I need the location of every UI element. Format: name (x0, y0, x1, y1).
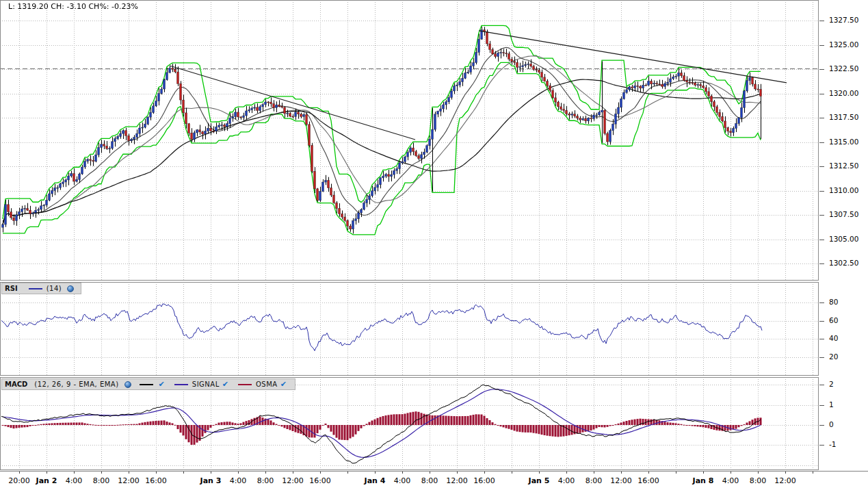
quote-stats-label: L: 1319.20 CH: -3.10 CH%: -0.23% (8, 2, 138, 11)
time-label: 4:00 (558, 476, 575, 485)
signal-label: SIGNAL (192, 381, 220, 388)
macd-tick-mark (819, 405, 824, 406)
price-tick-label: 1325.00 (829, 40, 858, 49)
macd-title: MACD (5, 381, 27, 388)
time-label: Jan 3 (200, 476, 222, 485)
macd-visibility-checkbox[interactable]: ✔ (159, 380, 165, 389)
time-label: Jan 4 (365, 476, 386, 485)
price-tick-label: 1327.50 (829, 16, 858, 24)
time-label: 16:00 (145, 476, 167, 485)
price-tick-label: 1307.50 (829, 210, 858, 218)
time-axis: 20:00Jan 24:008:0012:0016:00Jan 34:008:0… (0, 471, 868, 490)
macd-params: (12, 26, 9 - EMA, EMA) (34, 381, 118, 388)
osma-label: OSMA (256, 381, 278, 388)
price-tick-label: 1322.50 (829, 64, 858, 73)
time-tick-mark (156, 472, 157, 474)
time-label: Jan 5 (529, 476, 550, 485)
rsi-tick-mark (819, 321, 824, 322)
price-tick-mark (819, 142, 824, 143)
time-label: 20:00 (8, 476, 30, 485)
price-tick-label: 1312.50 (829, 162, 858, 170)
chart-application: L: 1319.20 CH: -3.10 CH%: -0.23% RSI (14… (0, 0, 868, 490)
time-label: 16:00 (637, 476, 659, 485)
rsi-line-swatch (29, 288, 42, 289)
time-label: 12:00 (118, 476, 140, 485)
macd-settings-globe-icon[interactable] (124, 381, 131, 388)
time-label: Jan 2 (36, 476, 57, 485)
rsi-chart-canvas[interactable] (0, 282, 819, 376)
signal-visibility-checkbox[interactable]: ✔ (222, 380, 228, 389)
time-tick-mark (566, 472, 567, 474)
price-tick-mark (819, 69, 824, 70)
price-tick-mark (819, 263, 824, 264)
signal-line-swatch (174, 384, 188, 385)
price-tick-mark (819, 94, 824, 94)
rsi-title: RSI (5, 285, 18, 292)
time-tick-mark (621, 472, 622, 474)
price-tick-mark (819, 240, 824, 240)
osma-line-swatch (238, 384, 252, 385)
time-label: 8:00 (93, 476, 110, 485)
time-tick-mark (731, 472, 731, 474)
time-tick-mark (703, 472, 704, 474)
time-label: 12:00 (774, 476, 796, 485)
time-tick-mark (785, 472, 786, 474)
rsi-tick-mark (819, 357, 824, 358)
time-tick-mark (47, 472, 47, 474)
time-tick-mark (347, 472, 348, 474)
macd-tick-label: 2 (829, 380, 834, 388)
macd-chart-canvas[interactable] (0, 377, 819, 470)
rsi-tick-mark (819, 302, 824, 303)
time-tick-mark (512, 472, 512, 474)
time-label: 4:00 (394, 476, 411, 485)
macd-tick-mark (819, 425, 824, 426)
rsi-tick-label: 20 (829, 352, 838, 361)
time-tick-mark (74, 472, 75, 474)
price-tick-label: 1315.00 (829, 138, 858, 146)
price-tick-mark (819, 191, 824, 192)
time-tick-mark (265, 472, 266, 474)
time-label: 12:00 (282, 476, 304, 485)
rsi-tick-label: 60 (829, 316, 838, 324)
time-tick-mark (320, 472, 321, 474)
time-tick-mark (19, 472, 20, 474)
time-tick-mark (758, 472, 759, 474)
time-label: Jan 8 (693, 476, 714, 485)
time-tick-mark (539, 472, 540, 474)
osma-visibility-checkbox[interactable]: ✔ (280, 380, 287, 389)
time-tick-mark (183, 472, 184, 474)
rsi-params: (14) (47, 285, 62, 292)
time-tick-mark (648, 472, 649, 474)
price-tick-label: 1302.50 (829, 259, 858, 267)
time-tick-mark (375, 472, 376, 474)
time-tick-mark (211, 472, 211, 474)
time-tick-mark (484, 472, 485, 474)
rsi-legend: RSI (14) (1, 283, 81, 294)
time-label: 4:00 (722, 476, 739, 485)
macd-tick-mark (819, 445, 824, 446)
price-tick-label: 1317.50 (829, 113, 858, 121)
time-label: 8:00 (257, 476, 274, 485)
time-label: 8:00 (421, 476, 438, 485)
rsi-tick-label: 80 (829, 298, 838, 306)
time-tick-mark (457, 472, 458, 474)
time-label: 16:00 (309, 476, 331, 485)
time-label: 12:00 (610, 476, 632, 485)
time-tick-mark (293, 472, 293, 474)
price-tick-label: 1310.00 (829, 186, 858, 194)
macd-tick-label: -1 (829, 440, 836, 448)
time-label: 8:00 (586, 476, 603, 485)
time-tick-mark (594, 472, 594, 474)
price-tick-mark (819, 118, 824, 118)
time-tick-mark (238, 472, 239, 474)
price-tick-mark (819, 166, 824, 167)
time-tick-mark (813, 472, 813, 474)
rsi-settings-globe-icon[interactable] (67, 285, 74, 292)
time-tick-mark (129, 472, 129, 474)
time-tick-mark (676, 472, 676, 474)
price-tick-mark (819, 215, 824, 216)
rsi-tick-mark (819, 339, 824, 339)
time-tick-mark (402, 472, 403, 474)
price-chart-canvas[interactable] (0, 0, 819, 281)
time-label: 8:00 (750, 476, 767, 485)
